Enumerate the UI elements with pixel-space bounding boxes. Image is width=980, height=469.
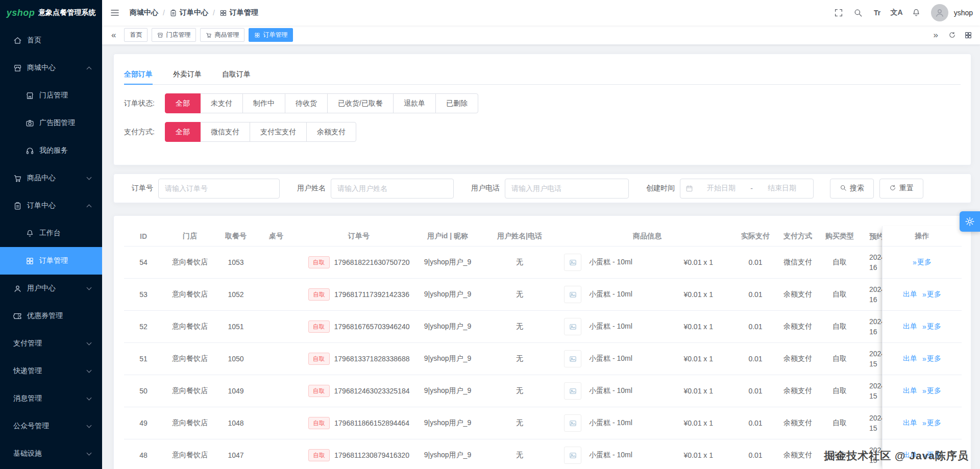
breadcrumb-item-1[interactable]: 订单中心 [169,8,208,17]
user-name-input[interactable] [331,179,454,199]
product-thumbnail[interactable] [564,447,581,464]
product-thumbnail[interactable] [564,382,581,400]
refresh-icon [889,184,896,191]
user-phone-input[interactable] [505,179,629,199]
action-link-0[interactable]: 出单 [903,418,917,428]
view-tag-3[interactable]: 订单管理 [249,28,293,42]
fullscreen-button[interactable] [830,4,847,21]
refresh-icon[interactable] [945,29,959,42]
tags-scroll-left-icon[interactable]: « [107,31,120,39]
tags-menu-icon[interactable] [962,29,975,42]
date-range-picker[interactable]: 开始日期 - 结束日期 [680,179,814,199]
tab-order-type-2[interactable]: 自取订单 [222,64,251,84]
cell-user-name-phone: 无 [475,418,564,428]
order-status-option-4[interactable]: 已收货/已取餐 [327,93,394,113]
tab-order-type-1[interactable]: 外卖订单 [173,64,202,84]
sidebar-item-11[interactable]: 支付管理 [0,330,102,357]
sidebar-item-8[interactable]: 订单管理 [0,247,102,275]
action-link-1[interactable]: »更多 [922,290,941,299]
camera-icon [26,119,34,128]
sidebar-item-3[interactable]: 广告图管理 [0,109,102,137]
order-status-option-0[interactable]: 全部 [165,93,201,113]
action-link-1[interactable]: »更多 [922,322,941,331]
view-tag-0[interactable]: 首页 [124,28,148,42]
product-thumbnail[interactable] [564,414,581,432]
product-thumbnail[interactable] [564,318,581,335]
action-link-0[interactable]: 出单 [903,386,917,396]
tags-bar-tools: » [929,29,975,42]
order-status-option-1[interactable]: 未支付 [200,93,243,113]
grid-icon [26,257,34,265]
pay-type-option-0[interactable]: 全部 [165,122,201,142]
pay-type-option-3[interactable]: 余额支付 [306,122,356,142]
notification-button[interactable] [908,4,925,21]
product-name: 小蛋糕 - 10ml [589,322,632,331]
sidebar-item-7[interactable]: 工作台 [0,219,102,247]
gear-icon [965,216,975,227]
bell-icon [26,229,34,238]
app-root: yshop 意象点餐管理系统 首页商城中心门店管理广告图管理我的服务商品中心订单… [0,0,980,469]
view-tag-2[interactable]: 商品管理 [200,28,244,42]
sidebar-item-9[interactable]: 用户中心 [0,275,102,302]
cell-store: 意向餐饮店 [163,290,217,299]
sidebar: yshop 意象点餐管理系统 首页商城中心门店管理广告图管理我的服务商品中心订单… [0,0,102,469]
sidebar-item-10[interactable]: 优惠券管理 [0,302,102,330]
breadcrumb-item-0[interactable]: 商城中心 [130,8,158,17]
search-button[interactable] [849,4,867,21]
cell-user-name-phone: 无 [475,386,564,396]
sidebar-item-5[interactable]: 商品中心 [0,164,102,192]
action-link-1[interactable]: »更多 [922,354,941,363]
sidebar-item-14[interactable]: 公众号管理 [0,412,102,440]
column-header: 订单号 [298,232,420,241]
pay-type-option-1[interactable]: 微信支付 [200,122,250,142]
translate-button[interactable]: 文A [888,4,905,21]
action-link-1[interactable]: »更多 [922,418,941,428]
cell-product: 小蛋糕 - 10ml¥0.01 x 1 [564,254,730,271]
order-status-option-2[interactable]: 制作中 [242,93,285,113]
tags-scroll-right-icon[interactable]: » [929,31,942,39]
app-title: 意象点餐管理系统 [38,8,95,17]
order-status-option-5[interactable]: 退款单 [393,93,436,113]
tab-order-type-0[interactable]: 全部订单 [124,64,153,84]
order-status-option-6[interactable]: 已删除 [435,93,478,113]
order-status-option-3[interactable]: 待收货 [285,93,328,113]
search-button[interactable]: 搜索 [830,179,874,199]
sidebar-item-6[interactable]: 订单中心 [0,192,102,219]
cell-buy-type: 自取 [815,322,864,331]
cell-pickup-no: 1050 [217,355,255,363]
reset-button[interactable]: 重置 [879,179,923,199]
sidebar-item-1[interactable]: 商城中心 [0,54,102,82]
refresh-icon [889,184,896,193]
sidebar-item-0[interactable]: 首页 [0,27,102,54]
avatar[interactable] [931,4,948,21]
pay-type-option-2[interactable]: 支付宝支付 [250,122,307,142]
double-arrow-icon: » [922,355,926,363]
action-link-1[interactable]: »更多 [922,386,941,396]
filter-option-label: 退款单 [404,99,425,107]
column-header: ID [124,232,163,240]
table-row-52: 52意向餐饮店1051自取17968167657039462409|yshop用… [124,311,962,343]
cell-product: 小蛋糕 - 10ml¥0.01 x 1 [564,286,730,303]
view-tag-1[interactable]: 门店管理 [152,28,196,42]
font-size-button[interactable]: Tr [869,4,886,21]
app-logo[interactable]: yshop 意象点餐管理系统 [0,0,102,26]
product-price-qty: ¥0.01 x 1 [683,323,713,331]
sidebar-item-label: 支付管理 [13,339,42,348]
hamburger-icon[interactable] [106,4,124,21]
order-no-input[interactable] [158,179,280,199]
action-link-0[interactable]: 出单 [903,354,917,363]
product-thumbnail[interactable] [564,254,581,271]
settings-fab[interactable] [960,211,980,232]
sidebar-item-15[interactable]: 基础设施 [0,440,102,467]
cell-order-no: 自取1796817117392142336 [298,288,420,301]
action-link-0[interactable]: »更多 [913,258,932,267]
cell-user-name-phone: 无 [475,258,564,267]
action-link-0[interactable]: 出单 [903,322,917,331]
product-thumbnail[interactable] [564,350,581,367]
sidebar-item-4[interactable]: 我的服务 [0,137,102,164]
sidebar-item-13[interactable]: 消息管理 [0,385,102,412]
product-thumbnail[interactable] [564,286,581,303]
sidebar-item-2[interactable]: 门店管理 [0,82,102,109]
action-link-0[interactable]: 出单 [903,290,917,299]
sidebar-item-12[interactable]: 快递管理 [0,357,102,385]
